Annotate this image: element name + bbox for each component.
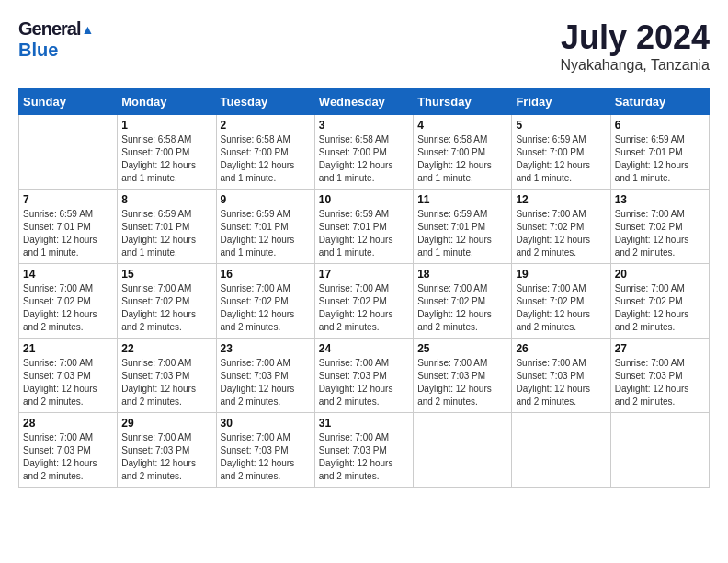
day-number: 26 bbox=[516, 342, 606, 355]
calendar-cell: 26Sunrise: 7:00 AM Sunset: 7:03 PM Dayli… bbox=[512, 339, 610, 413]
day-info: Sunrise: 6:59 AM Sunset: 7:01 PM Dayligh… bbox=[221, 208, 311, 259]
day-info: Sunrise: 7:00 AM Sunset: 7:02 PM Dayligh… bbox=[221, 282, 311, 334]
calendar-week-row: 14Sunrise: 7:00 AM Sunset: 7:02 PM Dayli… bbox=[19, 264, 710, 339]
title-section: July 2024 Nyakahanga, Tanzania bbox=[561, 18, 711, 74]
day-info: Sunrise: 6:59 AM Sunset: 7:01 PM Dayligh… bbox=[615, 133, 705, 185]
location: Nyakahanga, Tanzania bbox=[561, 57, 711, 74]
day-info: Sunrise: 7:00 AM Sunset: 7:02 PM Dayligh… bbox=[516, 282, 606, 334]
day-number: 17 bbox=[319, 268, 409, 281]
calendar-week-row: 1Sunrise: 6:58 AM Sunset: 7:00 PM Daylig… bbox=[19, 115, 710, 190]
weekday-header-saturday: Saturday bbox=[610, 89, 709, 115]
calendar-cell: 8Sunrise: 6:59 AM Sunset: 7:01 PM Daylig… bbox=[118, 190, 216, 264]
day-info: Sunrise: 7:00 AM Sunset: 7:03 PM Dayligh… bbox=[23, 357, 113, 408]
day-number: 20 bbox=[615, 268, 705, 281]
day-info: Sunrise: 7:00 AM Sunset: 7:03 PM Dayligh… bbox=[615, 357, 705, 408]
day-number: 23 bbox=[221, 342, 311, 355]
calendar-cell: 5Sunrise: 6:59 AM Sunset: 7:00 PM Daylig… bbox=[512, 115, 610, 190]
calendar-week-row: 7Sunrise: 6:59 AM Sunset: 7:01 PM Daylig… bbox=[19, 190, 710, 264]
weekday-header-row: SundayMondayTuesdayWednesdayThursdayFrid… bbox=[19, 89, 710, 115]
day-number: 9 bbox=[221, 193, 311, 206]
calendar-cell: 3Sunrise: 6:58 AM Sunset: 7:00 PM Daylig… bbox=[314, 115, 413, 190]
day-number: 13 bbox=[615, 193, 705, 206]
calendar-cell: 10Sunrise: 6:59 AM Sunset: 7:01 PM Dayli… bbox=[314, 190, 413, 264]
calendar-cell: 11Sunrise: 6:59 AM Sunset: 7:01 PM Dayli… bbox=[414, 190, 512, 264]
day-info: Sunrise: 7:00 AM Sunset: 7:02 PM Dayligh… bbox=[121, 282, 211, 334]
day-info: Sunrise: 7:00 AM Sunset: 7:03 PM Dayligh… bbox=[417, 357, 507, 408]
calendar-cell: 28Sunrise: 7:00 AM Sunset: 7:03 PM Dayli… bbox=[19, 413, 118, 488]
calendar-cell: 24Sunrise: 7:00 AM Sunset: 7:03 PM Dayli… bbox=[314, 339, 413, 413]
day-info: Sunrise: 7:00 AM Sunset: 7:03 PM Dayligh… bbox=[221, 431, 311, 483]
day-info: Sunrise: 6:58 AM Sunset: 7:00 PM Dayligh… bbox=[221, 133, 311, 185]
day-number: 21 bbox=[23, 342, 113, 355]
calendar-cell: 30Sunrise: 7:00 AM Sunset: 7:03 PM Dayli… bbox=[216, 413, 314, 488]
calendar-cell bbox=[19, 115, 118, 190]
calendar-cell: 21Sunrise: 7:00 AM Sunset: 7:03 PM Dayli… bbox=[19, 339, 118, 413]
day-info: Sunrise: 6:58 AM Sunset: 7:00 PM Dayligh… bbox=[121, 133, 211, 185]
day-number: 14 bbox=[23, 268, 113, 281]
day-info: Sunrise: 7:00 AM Sunset: 7:02 PM Dayligh… bbox=[23, 282, 113, 334]
calendar-cell: 4Sunrise: 6:58 AM Sunset: 7:00 PM Daylig… bbox=[414, 115, 512, 190]
calendar-cell: 20Sunrise: 7:00 AM Sunset: 7:02 PM Dayli… bbox=[610, 264, 709, 339]
calendar-cell: 17Sunrise: 7:00 AM Sunset: 7:02 PM Dayli… bbox=[314, 264, 413, 339]
day-info: Sunrise: 7:00 AM Sunset: 7:03 PM Dayligh… bbox=[23, 431, 113, 483]
day-number: 18 bbox=[417, 268, 507, 281]
calendar-cell: 1Sunrise: 6:58 AM Sunset: 7:00 PM Daylig… bbox=[118, 115, 216, 190]
logo-bird-icon: ▲ bbox=[81, 22, 94, 37]
day-number: 24 bbox=[319, 342, 409, 355]
day-number: 16 bbox=[221, 268, 311, 281]
day-number: 8 bbox=[121, 193, 211, 206]
day-number: 29 bbox=[121, 417, 211, 430]
calendar-cell bbox=[414, 413, 512, 488]
month-title: July 2024 bbox=[561, 18, 711, 57]
day-number: 30 bbox=[221, 417, 311, 430]
day-number: 25 bbox=[417, 342, 507, 355]
calendar-cell: 14Sunrise: 7:00 AM Sunset: 7:02 PM Dayli… bbox=[19, 264, 118, 339]
calendar-cell bbox=[610, 413, 709, 488]
page-header: General ▲ Blue July 2024 Nyakahanga, Tan… bbox=[18, 18, 710, 74]
day-info: Sunrise: 7:00 AM Sunset: 7:02 PM Dayligh… bbox=[417, 282, 507, 334]
logo: General ▲ Blue bbox=[18, 18, 94, 61]
calendar-cell: 2Sunrise: 6:58 AM Sunset: 7:00 PM Daylig… bbox=[216, 115, 314, 190]
day-info: Sunrise: 7:00 AM Sunset: 7:03 PM Dayligh… bbox=[121, 357, 211, 408]
calendar-cell: 7Sunrise: 6:59 AM Sunset: 7:01 PM Daylig… bbox=[19, 190, 118, 264]
calendar-cell: 16Sunrise: 7:00 AM Sunset: 7:02 PM Dayli… bbox=[216, 264, 314, 339]
weekday-header-thursday: Thursday bbox=[414, 89, 512, 115]
day-info: Sunrise: 7:00 AM Sunset: 7:02 PM Dayligh… bbox=[615, 282, 705, 334]
calendar-cell: 29Sunrise: 7:00 AM Sunset: 7:03 PM Dayli… bbox=[118, 413, 216, 488]
day-number: 10 bbox=[319, 193, 409, 206]
day-number: 1 bbox=[121, 119, 211, 132]
weekday-header-tuesday: Tuesday bbox=[216, 89, 314, 115]
day-info: Sunrise: 6:59 AM Sunset: 7:00 PM Dayligh… bbox=[516, 133, 606, 185]
day-number: 15 bbox=[121, 268, 211, 281]
day-number: 31 bbox=[319, 417, 409, 430]
calendar-cell: 15Sunrise: 7:00 AM Sunset: 7:02 PM Dayli… bbox=[118, 264, 216, 339]
day-info: Sunrise: 6:59 AM Sunset: 7:01 PM Dayligh… bbox=[319, 208, 409, 259]
weekday-header-friday: Friday bbox=[512, 89, 610, 115]
calendar-cell: 22Sunrise: 7:00 AM Sunset: 7:03 PM Dayli… bbox=[118, 339, 216, 413]
calendar-cell: 9Sunrise: 6:59 AM Sunset: 7:01 PM Daylig… bbox=[216, 190, 314, 264]
day-number: 28 bbox=[23, 417, 113, 430]
calendar-cell: 23Sunrise: 7:00 AM Sunset: 7:03 PM Dayli… bbox=[216, 339, 314, 413]
calendar-cell: 18Sunrise: 7:00 AM Sunset: 7:02 PM Dayli… bbox=[414, 264, 512, 339]
day-info: Sunrise: 6:58 AM Sunset: 7:00 PM Dayligh… bbox=[319, 133, 409, 185]
calendar-table: SundayMondayTuesdayWednesdayThursdayFrid… bbox=[18, 88, 710, 488]
day-info: Sunrise: 7:00 AM Sunset: 7:03 PM Dayligh… bbox=[319, 357, 409, 408]
calendar-cell: 12Sunrise: 7:00 AM Sunset: 7:02 PM Dayli… bbox=[512, 190, 610, 264]
day-info: Sunrise: 6:58 AM Sunset: 7:00 PM Dayligh… bbox=[417, 133, 507, 185]
day-info: Sunrise: 7:00 AM Sunset: 7:03 PM Dayligh… bbox=[121, 431, 211, 483]
day-info: Sunrise: 7:00 AM Sunset: 7:03 PM Dayligh… bbox=[516, 357, 606, 408]
weekday-header-wednesday: Wednesday bbox=[314, 89, 413, 115]
calendar-cell: 31Sunrise: 7:00 AM Sunset: 7:03 PM Dayli… bbox=[314, 413, 413, 488]
calendar-cell: 19Sunrise: 7:00 AM Sunset: 7:02 PM Dayli… bbox=[512, 264, 610, 339]
day-info: Sunrise: 6:59 AM Sunset: 7:01 PM Dayligh… bbox=[23, 208, 113, 259]
day-number: 19 bbox=[516, 268, 606, 281]
calendar-week-row: 28Sunrise: 7:00 AM Sunset: 7:03 PM Dayli… bbox=[19, 413, 710, 488]
day-number: 27 bbox=[615, 342, 705, 355]
calendar-cell bbox=[512, 413, 610, 488]
calendar-cell: 6Sunrise: 6:59 AM Sunset: 7:01 PM Daylig… bbox=[610, 115, 709, 190]
calendar-week-row: 21Sunrise: 7:00 AM Sunset: 7:03 PM Dayli… bbox=[19, 339, 710, 413]
day-number: 7 bbox=[23, 193, 113, 206]
day-number: 11 bbox=[417, 193, 507, 206]
day-number: 6 bbox=[615, 119, 705, 132]
calendar-cell: 13Sunrise: 7:00 AM Sunset: 7:02 PM Dayli… bbox=[610, 190, 709, 264]
